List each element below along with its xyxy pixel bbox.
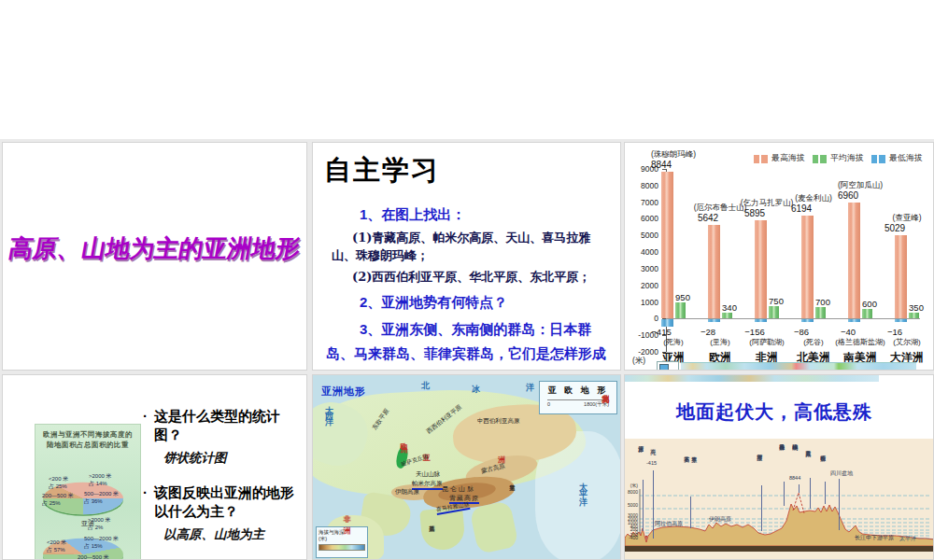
map-label: 欧洲 (399, 437, 406, 441)
bar-avg (815, 307, 826, 318)
y-tick-label: 4000 (629, 247, 658, 257)
bar-min-value: −415 (638, 327, 685, 337)
bullet-icon: · (143, 407, 148, 443)
section-pointer-line (643, 480, 644, 531)
pie-segment-label: <200 米 占 57% (47, 539, 66, 553)
bar-avg-value: 750 (765, 296, 787, 306)
bar-chart: 最高海拔平均海拔最低海拔9000800070006000500040003000… (625, 143, 933, 370)
answer-2: 以高原、山地为主 (163, 526, 305, 543)
slide-elevation-bar-chart[interactable]: 最高海拔平均海拔最低海拔9000800070006000500040003000… (624, 142, 934, 371)
bar-max-value: 6194 (778, 203, 825, 214)
bar-min-value: −156 (731, 327, 778, 337)
bar-avg-value: 700 (812, 297, 834, 307)
map-label: 天山山脉 (416, 471, 440, 478)
bar-max-value: 5642 (685, 213, 731, 223)
bar-min-value: −28 (685, 327, 731, 337)
bar-max-value: 5895 (731, 208, 778, 218)
section-pointer-line (784, 482, 785, 506)
pie-questions: ·这是什么类型的统计图？ 饼状统计图 ·该图反映出亚洲的地形以什么为主？ 以高原… (143, 407, 305, 560)
section-label: 太平洋 (899, 536, 916, 541)
section-pointer-line (653, 470, 654, 539)
map-labels-layer: 北冰洋大西洋太平洋欧洲亚洲非洲北美洲中西伯利亚高原西西伯利亚平原东欧平原哈萨克丘… (313, 375, 620, 559)
legend-label: 平均海拔 (830, 152, 864, 164)
section-y-tick: 8000 (625, 489, 638, 495)
legend-swatch (754, 155, 768, 163)
pie-segment-label: 200—500 米 占 25% (42, 493, 74, 507)
map-label: 喜马拉雅山脉 (435, 501, 470, 515)
section-pointer-line (761, 485, 762, 531)
slide-asia-map[interactable]: 亚洲地形 亚 欧 地 形 0 1800(千米) 海拔与海深 (米) 北冰洋大西洋… (312, 374, 621, 560)
slide-title[interactable]: 高原、山地为主的亚洲地形 (2, 142, 307, 371)
y-tick-label: 6000 (629, 214, 658, 223)
pie-segment-label: 200—500 米 占 26% (78, 554, 109, 560)
map-label: 西西伯利亚平原 (426, 404, 463, 435)
bullet-icon: · (143, 483, 148, 520)
legend-swatch (871, 155, 885, 163)
bar-min (755, 319, 767, 322)
section-pointer-line (825, 482, 826, 504)
section-label: 四川盆地 (830, 470, 853, 476)
pie-segment-label: >2000 米 占 2% (88, 517, 111, 531)
y-tick-label: 3000 (629, 264, 658, 273)
bar-avg-value: 600 (858, 299, 881, 309)
map-label: 太平洋 (578, 476, 587, 498)
bar-min (848, 319, 860, 322)
slide-self-study[interactable]: 自主学习 1、在图上找出： (1)青藏高原、帕米尔高原、天山、喜马拉雅山、珠穆朗… (312, 142, 621, 371)
pie-segment-label: <200 米 占 25% (49, 476, 68, 490)
question-2: 2、亚洲地势有何特点？ (360, 294, 609, 312)
y-tick-label: 7000 (629, 198, 658, 207)
cross-section-labels-layer: (米)800050003000200010004002000-200-400苏伊… (625, 439, 934, 560)
map-strip-bottom (625, 375, 879, 382)
map-label: 伊朗高原 (395, 489, 419, 496)
legend-swatch (813, 155, 827, 163)
bar-max-value: 6960 (825, 190, 871, 201)
map-label: 冰 (472, 385, 480, 394)
slide-pie-statistics[interactable]: 欧洲与亚洲不同海拔高度的 陆地面积占总面积的比重 亚洲 <200 米 占 25%… (2, 374, 307, 560)
question-1a: (1)青藏高原、帕米尔高原、天山、喜马拉雅山、珠穆朗玛峰； (332, 230, 605, 265)
section-label: 8844 (789, 476, 800, 482)
y-tick-label: 2000 (629, 281, 658, 290)
bullet-question-1: ·这是什么类型的统计图？ (143, 407, 305, 443)
pie-figure: 欧洲与亚洲不同海拔高度的 陆地面积占总面积的比重 亚洲 <200 米 占 25%… (35, 424, 141, 560)
section-pointer-line (810, 478, 811, 509)
bar-avg (769, 306, 779, 318)
section-label: 长江中下游平原 (855, 535, 894, 540)
bar-avg-value: 340 (718, 302, 741, 313)
legend-label: 最高海拔 (771, 152, 805, 164)
slide-cross-section[interactable]: 地面起伏大，高低悬殊 (米)80005000300020001000400200… (624, 374, 934, 560)
map-strip-legend-swatch (659, 364, 669, 371)
lesson-title: 高原、山地为主的亚洲地形 (2, 232, 307, 265)
question-1: 1、在图上找出： (360, 206, 609, 224)
self-study-heading: 自主学习 (324, 152, 609, 189)
pie-figure-title: 欧洲与亚洲不同海拔高度的 陆地面积占总面积的比重 (35, 429, 140, 451)
pie-figure-title-line2: 陆地面积占总面积的比重 (35, 440, 140, 450)
section-y-tick: -400 (625, 535, 638, 540)
bar-avg (675, 302, 686, 318)
bar-min-value: −40 (825, 327, 871, 337)
pie-segment-label: >2000 米 占 14% (89, 473, 112, 487)
top-margin (0, 0, 934, 139)
map-strip-legend-box (657, 361, 679, 371)
map-strip (681, 362, 916, 371)
section-y-tick: 5000 (625, 502, 638, 508)
answer-1: 饼状统计图 (163, 450, 305, 467)
bar-min (895, 319, 907, 322)
bar-min (661, 319, 673, 326)
bar-max-value: 5029 (871, 223, 918, 233)
pie-segment-label: 500—2000 米 占 15% (84, 536, 119, 550)
pie-figure-title-line1: 欧洲与亚洲不同海拔高度的 (35, 429, 140, 440)
section-label: 阿拉伯高原 (655, 521, 683, 526)
bullet-question-1-text: 这是什么类型的统计图？ (154, 407, 305, 443)
bar-min-value: −86 (778, 327, 825, 337)
bar-min (708, 319, 720, 322)
section-label: -415 (646, 461, 657, 467)
bar-avg (722, 313, 732, 318)
legend-label: 最低海拔 (889, 152, 923, 164)
map-label: 中西伯利亚高原 (477, 418, 520, 425)
section-pointer-line (839, 479, 840, 530)
bullet-question-2: ·该图反映出亚洲的地形以什么为主？ (143, 483, 305, 520)
x-axis-line (666, 318, 920, 319)
self-study-content: 自主学习 1、在图上找出： (1)青藏高原、帕米尔高原、天山、喜马拉雅山、珠穆朗… (313, 143, 620, 370)
cross-section-title: 地面起伏大，高低悬殊 (625, 399, 924, 425)
bar-avg-value: 950 (672, 292, 694, 302)
